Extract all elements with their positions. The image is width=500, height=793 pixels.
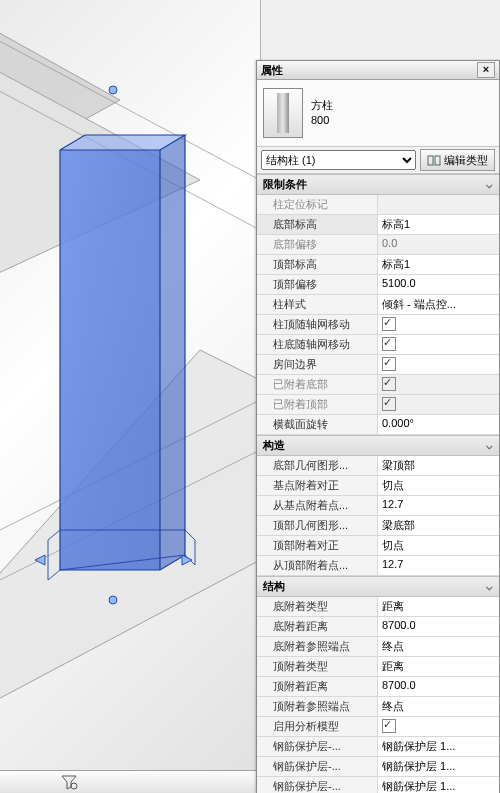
property-row[interactable]: 底部标高标高1 [257,215,499,235]
model-viewport[interactable] [0,0,261,793]
checkbox[interactable] [382,337,396,351]
property-row[interactable]: 钢筋保护层-...钢筋保护层 1... [257,757,499,777]
property-value[interactable] [378,315,499,334]
svg-rect-19 [428,156,433,165]
type-name: 800 [311,113,493,128]
property-label: 从顶部附着点... [257,556,378,575]
svg-point-15 [109,596,117,604]
property-value[interactable]: 梁底部 [378,516,499,535]
property-value[interactable] [378,335,499,354]
property-row[interactable]: 柱顶随轴网移动 [257,315,499,335]
filter-icon[interactable] [60,774,78,790]
property-row[interactable]: 顶部标高标高1 [257,255,499,275]
collapse-icon[interactable]: ⌵ [486,178,493,191]
property-label: 顶部偏移 [257,275,378,294]
property-value[interactable]: 0.000° [378,415,499,434]
property-row: 已附着底部 [257,375,499,395]
property-row[interactable]: 钢筋保护层-...钢筋保护层 1... [257,737,499,757]
property-value[interactable]: 8700.0 [378,617,499,636]
edit-type-button[interactable]: 编辑类型 [420,149,495,171]
collapse-icon[interactable]: ⌵ [486,580,493,593]
property-label: 底部几何图形... [257,456,378,475]
property-row[interactable]: 底附着距离8700.0 [257,617,499,637]
property-row[interactable]: 房间边界 [257,355,499,375]
property-label: 房间边界 [257,355,378,374]
property-row[interactable]: 启用分析模型 [257,717,499,737]
property-row[interactable]: 顶部附着对正切点 [257,536,499,556]
property-value[interactable]: 5100.0 [378,275,499,294]
property-label: 从基点附着点... [257,496,378,515]
property-row[interactable]: 顶部几何图形...梁底部 [257,516,499,536]
section-header[interactable]: 结构⌵ [257,576,499,597]
checkbox[interactable] [382,317,396,331]
property-value[interactable]: 距离 [378,657,499,676]
svg-marker-11 [60,150,160,570]
property-label: 顶部几何图形... [257,516,378,535]
property-row[interactable]: 顶部偏移5100.0 [257,275,499,295]
property-row[interactable]: 顶附着参照端点终点 [257,697,499,717]
property-label: 钢筋保护层-... [257,737,378,756]
property-value[interactable] [378,355,499,374]
property-value[interactable]: 12.7 [378,556,499,575]
property-row[interactable]: 底部几何图形...梁顶部 [257,456,499,476]
type-selector-bar[interactable]: 方柱 800 [257,80,499,147]
element-selector[interactable]: 结构柱 (1) [261,150,416,170]
type-thumbnail [263,88,303,138]
checkbox [382,397,396,411]
collapse-icon[interactable]: ⌵ [486,439,493,452]
property-label: 顶附着参照端点 [257,697,378,716]
property-row[interactable]: 钢筋保护层-...钢筋保护层 1... [257,777,499,793]
section-header[interactable]: 构造⌵ [257,435,499,456]
checkbox [382,377,396,391]
property-row[interactable]: 顶附着距离8700.0 [257,677,499,697]
property-label: 已附着底部 [257,375,378,394]
property-row[interactable]: 顶附着类型距离 [257,657,499,677]
property-grid[interactable]: 限制条件⌵柱定位标记底部标高标高1底部偏移0.0顶部标高标高1顶部偏移5100.… [257,174,499,793]
property-row[interactable]: 柱样式倾斜 - 端点控... [257,295,499,315]
property-label: 顶附着类型 [257,657,378,676]
property-row: 已附着顶部 [257,395,499,415]
checkbox[interactable] [382,719,396,733]
property-value[interactable]: 钢筋保护层 1... [378,777,499,793]
property-value[interactable]: 倾斜 - 端点控... [378,295,499,314]
section-header[interactable]: 限制条件⌵ [257,174,499,195]
svg-marker-9 [160,135,185,570]
property-value[interactable]: 终点 [378,697,499,716]
svg-point-18 [71,783,77,789]
property-label: 顶部附着对正 [257,536,378,555]
property-row[interactable]: 从基点附着点...12.7 [257,496,499,516]
property-value[interactable]: 切点 [378,536,499,555]
property-label: 钢筋保护层-... [257,777,378,793]
property-value[interactable]: 梁顶部 [378,456,499,475]
property-value[interactable] [378,717,499,736]
property-value[interactable]: 8700.0 [378,677,499,696]
property-value[interactable]: 钢筋保护层 1... [378,757,499,776]
property-value[interactable]: 钢筋保护层 1... [378,737,499,756]
property-row[interactable]: 柱底随轴网移动 [257,335,499,355]
property-label: 基点附着对正 [257,476,378,495]
property-value [378,375,499,394]
property-row[interactable]: 基点附着对正切点 [257,476,499,496]
property-value[interactable]: 切点 [378,476,499,495]
property-value[interactable]: 12.7 [378,496,499,515]
property-row[interactable]: 横截面旋转0.000° [257,415,499,435]
property-row[interactable]: 底附着类型距离 [257,597,499,617]
property-row[interactable]: 底附着参照端点终点 [257,637,499,657]
property-value[interactable]: 标高1 [378,215,499,234]
property-label: 已附着顶部 [257,395,378,414]
checkbox[interactable] [382,357,396,371]
panel-titlebar[interactable]: 属性 × [257,61,499,80]
property-value [378,195,499,214]
property-value[interactable]: 标高1 [378,255,499,274]
panel-title: 属性 [261,63,477,78]
property-row: 柱定位标记 [257,195,499,215]
close-icon[interactable]: × [477,62,495,78]
property-label: 底附着距离 [257,617,378,636]
property-value[interactable]: 终点 [378,637,499,656]
type-family: 方柱 [311,98,493,113]
property-label: 底附着参照端点 [257,637,378,656]
property-value[interactable]: 距离 [378,597,499,616]
property-row: 底部偏移0.0 [257,235,499,255]
properties-panel: 属性 × 方柱 800 结构柱 (1) 编辑类型 限制条件⌵柱定位标记底部标高标… [256,60,500,793]
property-row[interactable]: 从顶部附着点...12.7 [257,556,499,576]
